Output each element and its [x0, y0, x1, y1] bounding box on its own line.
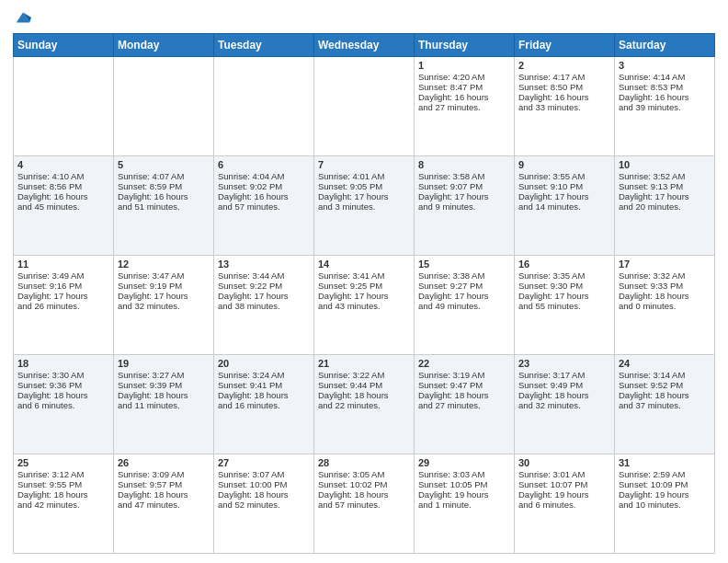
day-info: Daylight: 18 hours	[518, 390, 610, 400]
calendar-cell: 17Sunrise: 3:32 AMSunset: 9:33 PMDayligh…	[615, 256, 715, 355]
day-info: and 27 minutes.	[418, 400, 510, 410]
day-number: 7	[318, 159, 410, 170]
day-info: Sunrise: 3:19 AM	[418, 370, 510, 380]
calendar-cell: 19Sunrise: 3:27 AMSunset: 9:39 PMDayligh…	[114, 355, 214, 454]
day-info: Sunrise: 3:38 AM	[418, 270, 510, 281]
day-info: Sunrise: 4:07 AM	[118, 171, 210, 181]
calendar-cell: 12Sunrise: 3:47 AMSunset: 9:19 PMDayligh…	[114, 256, 214, 355]
calendar-cell: 7Sunrise: 4:01 AMSunset: 9:05 PMDaylight…	[314, 156, 415, 256]
day-info: Daylight: 17 hours	[218, 291, 310, 301]
calendar-cell: 26Sunrise: 3:09 AMSunset: 9:57 PMDayligh…	[114, 454, 214, 554]
calendar-cell: 31Sunrise: 2:59 AMSunset: 10:09 PMDaylig…	[615, 454, 715, 554]
day-info: Daylight: 17 hours	[418, 191, 510, 201]
day-info: Sunrise: 3:14 AM	[619, 370, 711, 380]
day-info: Sunset: 9:05 PM	[318, 181, 410, 191]
day-info: Sunrise: 3:27 AM	[118, 370, 210, 380]
day-info: Daylight: 18 hours	[118, 390, 210, 400]
calendar-cell: 9Sunrise: 3:55 AMSunset: 9:10 PMDaylight…	[515, 156, 615, 256]
logo	[13, 9, 31, 26]
day-info: Sunrise: 3:58 AM	[418, 171, 510, 181]
day-info: and 33 minutes.	[518, 102, 610, 112]
day-info: Sunset: 9:02 PM	[218, 181, 310, 191]
day-info: Sunset: 9:47 PM	[418, 380, 510, 390]
day-info: Sunrise: 3:01 AM	[518, 469, 610, 479]
calendar-row-3: 18Sunrise: 3:30 AMSunset: 9:36 PMDayligh…	[14, 355, 715, 454]
calendar-cell	[214, 57, 314, 156]
day-info: Sunrise: 3:30 AM	[17, 370, 109, 380]
day-info: and 14 minutes.	[518, 201, 610, 212]
day-info: Sunrise: 3:52 AM	[619, 171, 711, 181]
day-number: 10	[619, 159, 711, 170]
calendar-cell: 20Sunrise: 3:24 AMSunset: 9:41 PMDayligh…	[214, 355, 314, 454]
calendar-table: SundayMondayTuesdayWednesdayThursdayFrid…	[13, 33, 715, 554]
day-info: Daylight: 19 hours	[418, 489, 510, 500]
day-info: and 52 minutes.	[218, 500, 310, 510]
calendar-cell: 10Sunrise: 3:52 AMSunset: 9:13 PMDayligh…	[615, 156, 715, 256]
day-info: Sunrise: 3:07 AM	[218, 469, 310, 479]
calendar-cell: 18Sunrise: 3:30 AMSunset: 9:36 PMDayligh…	[14, 355, 114, 454]
day-info: Sunrise: 3:12 AM	[17, 469, 109, 479]
day-info: Daylight: 17 hours	[418, 291, 510, 301]
day-info: Daylight: 16 hours	[17, 191, 109, 201]
day-info: Daylight: 16 hours	[619, 92, 711, 102]
day-info: and 37 minutes.	[619, 400, 711, 410]
day-info: Sunrise: 3:22 AM	[318, 370, 410, 380]
calendar-cell: 5Sunrise: 4:07 AMSunset: 8:59 PMDaylight…	[114, 156, 214, 256]
day-info: and 32 minutes.	[518, 400, 610, 410]
day-info: Daylight: 17 hours	[619, 191, 711, 201]
calendar-cell: 29Sunrise: 3:03 AMSunset: 10:05 PMDaylig…	[415, 454, 515, 554]
day-number: 18	[17, 358, 109, 369]
weekday-header-friday: Friday	[515, 34, 615, 57]
day-info: Sunrise: 3:44 AM	[218, 270, 310, 281]
calendar-header: SundayMondayTuesdayWednesdayThursdayFrid…	[14, 34, 715, 57]
day-info: Sunset: 9:44 PM	[318, 380, 410, 390]
calendar-cell: 4Sunrise: 4:10 AMSunset: 8:56 PMDaylight…	[14, 156, 114, 256]
calendar-cell: 6Sunrise: 4:04 AMSunset: 9:02 PMDaylight…	[214, 156, 314, 256]
day-info: Daylight: 17 hours	[318, 291, 410, 301]
day-info: Sunset: 9:52 PM	[619, 380, 711, 390]
day-info: Daylight: 18 hours	[118, 489, 210, 500]
day-info: Sunrise: 3:41 AM	[318, 270, 410, 281]
day-info: Sunset: 10:02 PM	[318, 479, 410, 489]
day-info: Daylight: 18 hours	[318, 489, 410, 500]
day-info: Sunset: 9:10 PM	[518, 181, 610, 191]
calendar-cell: 16Sunrise: 3:35 AMSunset: 9:30 PMDayligh…	[515, 256, 615, 355]
day-info: Sunset: 9:41 PM	[218, 380, 310, 390]
day-info: Daylight: 18 hours	[418, 390, 510, 400]
day-info: and 22 minutes.	[318, 400, 410, 410]
calendar-cell: 23Sunrise: 3:17 AMSunset: 9:49 PMDayligh…	[515, 355, 615, 454]
day-number: 26	[118, 457, 210, 468]
calendar-cell	[14, 57, 114, 156]
day-info: Sunset: 9:49 PM	[518, 380, 610, 390]
calendar-cell: 13Sunrise: 3:44 AMSunset: 9:22 PMDayligh…	[214, 256, 314, 355]
day-info: and 20 minutes.	[619, 201, 711, 212]
day-number: 27	[218, 457, 310, 468]
day-number: 14	[318, 259, 410, 270]
day-info: and 55 minutes.	[518, 301, 610, 311]
day-info: and 38 minutes.	[218, 301, 310, 311]
day-info: Sunset: 10:07 PM	[518, 479, 610, 489]
day-info: Sunrise: 3:32 AM	[619, 270, 711, 281]
day-info: Sunset: 9:30 PM	[518, 281, 610, 291]
day-number: 17	[619, 259, 711, 270]
day-number: 21	[318, 358, 410, 369]
day-info: Sunset: 9:39 PM	[118, 380, 210, 390]
day-number: 25	[17, 457, 109, 468]
day-info: Daylight: 18 hours	[218, 390, 310, 400]
calendar-cell: 2Sunrise: 4:17 AMSunset: 8:50 PMDaylight…	[515, 57, 615, 156]
day-info: and 26 minutes.	[17, 301, 109, 311]
day-info: and 16 minutes.	[218, 400, 310, 410]
day-number: 11	[17, 259, 109, 270]
day-number: 5	[118, 159, 210, 170]
day-info: and 3 minutes.	[318, 201, 410, 212]
day-info: Sunset: 9:57 PM	[118, 479, 210, 489]
day-info: and 6 minutes.	[17, 400, 109, 410]
calendar-cell: 1Sunrise: 4:20 AMSunset: 8:47 PMDaylight…	[415, 57, 515, 156]
day-info: and 27 minutes.	[418, 102, 510, 112]
day-info: Sunset: 10:00 PM	[218, 479, 310, 489]
day-number: 19	[118, 358, 210, 369]
day-info: and 45 minutes.	[17, 201, 109, 212]
day-number: 4	[17, 159, 109, 170]
weekday-header-monday: Monday	[114, 34, 214, 57]
calendar-cell	[114, 57, 214, 156]
